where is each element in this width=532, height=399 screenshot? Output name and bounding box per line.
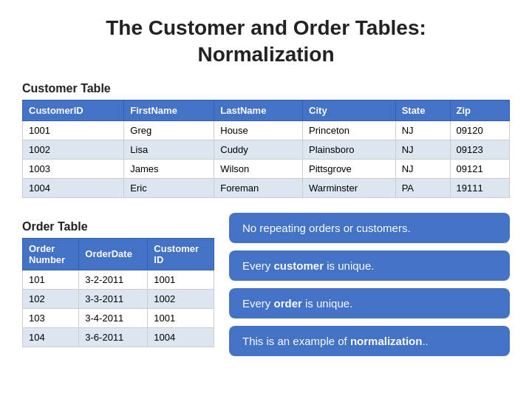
col-zip: Zip: [450, 100, 510, 120]
table-row: 1043-6-20111004: [23, 327, 214, 347]
info-box-4: This is an example of normalization..: [229, 326, 510, 356]
order-table-header-row: OrderNumber OrderDate CustomerID: [23, 238, 214, 270]
col-customer-id-order: CustomerID: [148, 238, 214, 270]
customer-section: Customer Table CustomerID FirstName Last…: [22, 82, 510, 198]
col-last-name: LastName: [214, 100, 303, 120]
col-order-number: OrderNumber: [23, 238, 79, 270]
col-order-date: OrderDate: [79, 238, 148, 270]
table-row: 1003JamesWilsonPittsgroveNJ09121: [23, 159, 510, 178]
customer-table: CustomerID FirstName LastName City State…: [22, 100, 510, 198]
col-first-name: FirstName: [124, 100, 214, 120]
col-state: State: [395, 100, 450, 120]
bottom-section: Order Table OrderNumber OrderDate Custom…: [22, 213, 510, 356]
table-row: 1002LisaCuddyPlainsboroNJ09123: [23, 140, 510, 159]
order-table-heading: Order Table: [22, 220, 214, 233]
page-title: The Customer and Order Tables: Normaliza…: [22, 15, 510, 69]
order-table: OrderNumber OrderDate CustomerID 1013-2-…: [22, 238, 214, 347]
customer-table-header-row: CustomerID FirstName LastName City State…: [23, 100, 510, 120]
info-box-1: No repeating orders or customers.: [229, 213, 510, 243]
info-boxes: No repeating orders or customers. Every …: [229, 213, 510, 356]
col-customer-id: CustomerID: [23, 100, 124, 120]
table-row: 1013-2-20111001: [23, 270, 214, 289]
info-box-3: Every order is unique.: [229, 288, 510, 318]
table-row: 1023-3-20111002: [23, 289, 214, 308]
order-section: Order Table OrderNumber OrderDate Custom…: [22, 213, 214, 356]
table-row: 1033-4-20111001: [23, 308, 214, 327]
customer-table-heading: Customer Table: [22, 82, 510, 95]
table-row: 1004EricForemanWarminsterPA19111: [23, 178, 510, 197]
info-box-2: Every customer is unique.: [229, 250, 510, 281]
table-row: 1001GregHousePrincetonNJ09120: [23, 120, 510, 140]
col-city: City: [303, 100, 396, 120]
